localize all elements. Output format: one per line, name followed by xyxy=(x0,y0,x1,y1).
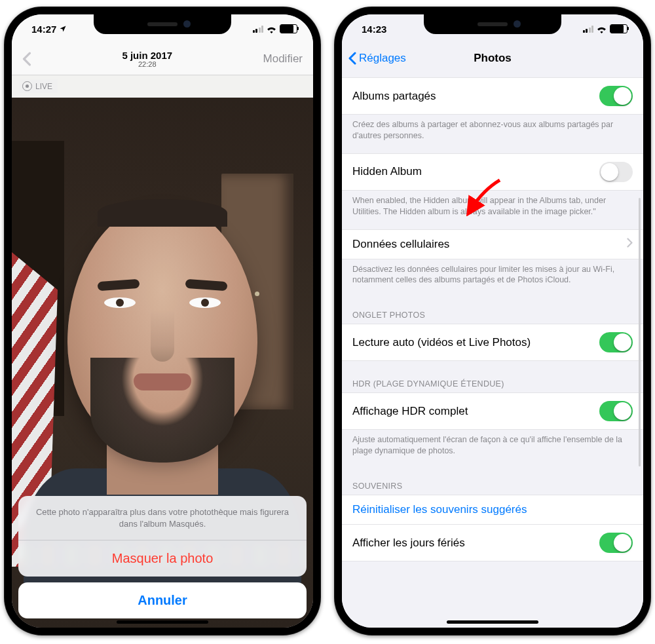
photo-date: 5 juin 2017 xyxy=(122,50,172,61)
hidden-album-cell[interactable]: Hidden Album xyxy=(342,153,643,191)
section-photos-tab: ONGLET PHOTOS xyxy=(342,297,643,324)
hidden-album-toggle[interactable] xyxy=(599,162,633,182)
nav-title: 5 juin 2017 22:28 xyxy=(122,50,172,68)
status-time: 14:27 xyxy=(31,24,56,35)
hdr-cell[interactable]: Affichage HDR complet xyxy=(342,392,643,430)
cellular-data-footer: Désactivez les données cellulaires pour … xyxy=(342,259,643,298)
shared-albums-footer: Créez des albums à partager et abonnez-v… xyxy=(342,115,643,153)
hdr-footer: Ajuste automatiquement l'écran de façon … xyxy=(342,430,643,468)
location-arrow-icon xyxy=(59,25,67,33)
nav-title: Photos xyxy=(474,52,512,65)
notch xyxy=(94,14,231,34)
shared-albums-label: Albums partagés xyxy=(352,90,436,103)
action-sheet-message: Cette photo n'apparaîtra plus dans votre… xyxy=(18,496,307,540)
live-icon xyxy=(22,81,32,91)
phone-photos-app: 14:27 5 juin 2017 22:28 Modifier xyxy=(4,7,321,635)
chevron-left-icon xyxy=(348,52,356,65)
battery-icon xyxy=(610,24,627,33)
holidays-label: Afficher les jours fériés xyxy=(352,537,465,550)
shared-albums-cell[interactable]: Albums partagés xyxy=(342,77,643,115)
chevron-right-icon xyxy=(627,238,633,250)
wifi-icon xyxy=(266,25,277,33)
hidden-album-label: Hidden Album xyxy=(352,165,422,178)
hdr-toggle[interactable] xyxy=(599,401,633,421)
reset-memories-cell[interactable]: Réinitialiser les souvenirs suggérés xyxy=(342,495,643,525)
autoplay-toggle[interactable] xyxy=(599,332,633,352)
settings-scroll[interactable]: Albums partagés Créez des albums à parta… xyxy=(342,73,643,628)
home-indicator[interactable] xyxy=(447,620,538,624)
scroll-indicator xyxy=(639,198,641,466)
cell-signal-icon xyxy=(253,26,264,33)
photo-time: 22:28 xyxy=(122,60,172,68)
autoplay-cell[interactable]: Lecture auto (vidéos et Live Photos) xyxy=(342,324,643,361)
live-photo-badge: LIVE xyxy=(20,79,58,93)
cancel-button[interactable]: Annuler xyxy=(18,582,307,618)
hide-photo-button[interactable]: Masquer la photo xyxy=(18,540,307,577)
hdr-label: Affichage HDR complet xyxy=(352,405,468,418)
photo-nav-bar: 5 juin 2017 22:28 Modifier xyxy=(12,43,313,75)
section-memories: SOUVENIRS xyxy=(342,468,643,495)
reset-memories-label: Réinitialiser les souvenirs suggérés xyxy=(352,503,527,516)
cell-signal-icon xyxy=(583,26,594,33)
photo-viewer[interactable]: LIVE Cette photo n'apparaîtra plus dans … xyxy=(12,75,313,628)
holidays-cell[interactable]: Afficher les jours fériés xyxy=(342,525,643,561)
settings-nav-bar: Réglages Photos xyxy=(342,43,643,73)
chevron-left-icon xyxy=(22,52,31,66)
home-indicator[interactable] xyxy=(117,620,208,624)
status-time: 14:23 xyxy=(362,24,386,35)
notch xyxy=(424,14,561,34)
edit-button[interactable]: Modifier xyxy=(263,52,303,66)
hide-photo-action-sheet: Cette photo n'apparaîtra plus dans votre… xyxy=(18,496,307,618)
phone-settings-app: 14:23 Réglages Photos xyxy=(334,7,651,635)
wifi-icon xyxy=(596,25,607,33)
battery-icon xyxy=(280,24,297,33)
hidden-album-footer: When enabled, the Hidden album will appe… xyxy=(342,191,643,229)
nav-back-button[interactable] xyxy=(22,52,31,66)
shared-albums-toggle[interactable] xyxy=(599,86,633,106)
autoplay-label: Lecture auto (vidéos et Live Photos) xyxy=(352,336,531,349)
holidays-toggle[interactable] xyxy=(599,533,633,553)
nav-back-button[interactable]: Réglages xyxy=(348,52,406,65)
section-hdr: HDR (PLAGE DYNAMIQUE ÉTENDUE) xyxy=(342,361,643,392)
cellular-data-label: Données cellulaires xyxy=(352,238,449,251)
cellular-data-cell[interactable]: Données cellulaires xyxy=(342,229,643,259)
